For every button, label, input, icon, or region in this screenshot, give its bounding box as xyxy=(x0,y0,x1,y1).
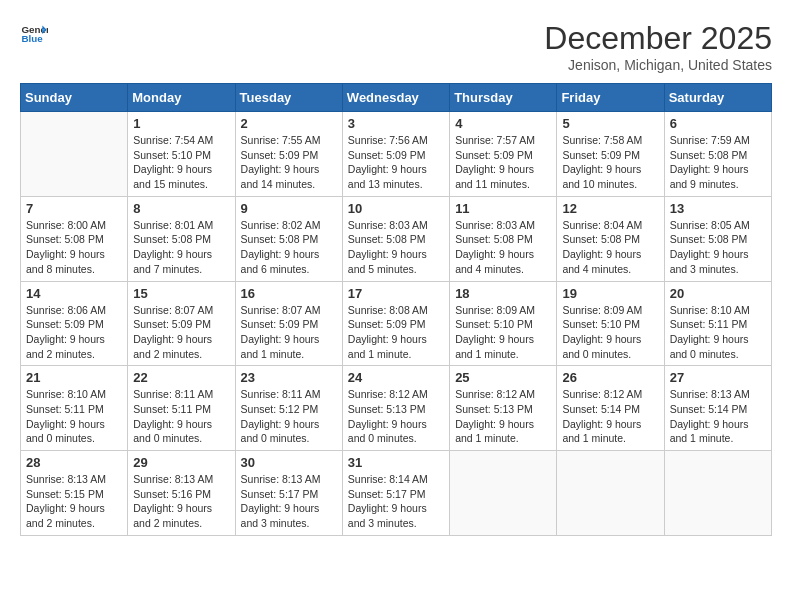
day-info: Sunrise: 8:13 AMSunset: 5:14 PMDaylight:… xyxy=(670,387,766,446)
calendar-day-cell: 10Sunrise: 8:03 AMSunset: 5:08 PMDayligh… xyxy=(342,196,449,281)
calendar-day-cell: 26Sunrise: 8:12 AMSunset: 5:14 PMDayligh… xyxy=(557,366,664,451)
day-number: 21 xyxy=(26,370,122,385)
day-number: 13 xyxy=(670,201,766,216)
day-of-week-header: Monday xyxy=(128,84,235,112)
calendar-day-cell: 8Sunrise: 8:01 AMSunset: 5:08 PMDaylight… xyxy=(128,196,235,281)
calendar: SundayMondayTuesdayWednesdayThursdayFrid… xyxy=(20,83,772,536)
day-number: 24 xyxy=(348,370,444,385)
calendar-day-cell: 27Sunrise: 8:13 AMSunset: 5:14 PMDayligh… xyxy=(664,366,771,451)
day-number: 20 xyxy=(670,286,766,301)
day-info: Sunrise: 7:58 AMSunset: 5:09 PMDaylight:… xyxy=(562,133,658,192)
calendar-day-cell: 22Sunrise: 8:11 AMSunset: 5:11 PMDayligh… xyxy=(128,366,235,451)
day-info: Sunrise: 8:07 AMSunset: 5:09 PMDaylight:… xyxy=(241,303,337,362)
calendar-day-cell xyxy=(21,112,128,197)
day-number: 23 xyxy=(241,370,337,385)
calendar-week-row: 28Sunrise: 8:13 AMSunset: 5:15 PMDayligh… xyxy=(21,451,772,536)
day-number: 11 xyxy=(455,201,551,216)
day-info: Sunrise: 8:03 AMSunset: 5:08 PMDaylight:… xyxy=(455,218,551,277)
calendar-day-cell xyxy=(450,451,557,536)
calendar-day-cell: 3Sunrise: 7:56 AMSunset: 5:09 PMDaylight… xyxy=(342,112,449,197)
subtitle: Jenison, Michigan, United States xyxy=(544,57,772,73)
day-info: Sunrise: 8:10 AMSunset: 5:11 PMDaylight:… xyxy=(26,387,122,446)
day-info: Sunrise: 7:55 AMSunset: 5:09 PMDaylight:… xyxy=(241,133,337,192)
day-number: 22 xyxy=(133,370,229,385)
day-number: 28 xyxy=(26,455,122,470)
day-info: Sunrise: 8:13 AMSunset: 5:15 PMDaylight:… xyxy=(26,472,122,531)
day-info: Sunrise: 8:03 AMSunset: 5:08 PMDaylight:… xyxy=(348,218,444,277)
day-info: Sunrise: 8:01 AMSunset: 5:08 PMDaylight:… xyxy=(133,218,229,277)
day-of-week-header: Saturday xyxy=(664,84,771,112)
day-info: Sunrise: 8:13 AMSunset: 5:16 PMDaylight:… xyxy=(133,472,229,531)
calendar-day-cell: 21Sunrise: 8:10 AMSunset: 5:11 PMDayligh… xyxy=(21,366,128,451)
day-number: 12 xyxy=(562,201,658,216)
month-title: December 2025 xyxy=(544,20,772,57)
calendar-day-cell: 9Sunrise: 8:02 AMSunset: 5:08 PMDaylight… xyxy=(235,196,342,281)
day-number: 2 xyxy=(241,116,337,131)
logo-icon: General Blue xyxy=(20,20,48,48)
day-number: 16 xyxy=(241,286,337,301)
calendar-day-cell: 25Sunrise: 8:12 AMSunset: 5:13 PMDayligh… xyxy=(450,366,557,451)
day-info: Sunrise: 8:05 AMSunset: 5:08 PMDaylight:… xyxy=(670,218,766,277)
calendar-day-cell: 11Sunrise: 8:03 AMSunset: 5:08 PMDayligh… xyxy=(450,196,557,281)
day-info: Sunrise: 8:12 AMSunset: 5:14 PMDaylight:… xyxy=(562,387,658,446)
day-info: Sunrise: 7:59 AMSunset: 5:08 PMDaylight:… xyxy=(670,133,766,192)
day-number: 6 xyxy=(670,116,766,131)
day-info: Sunrise: 7:54 AMSunset: 5:10 PMDaylight:… xyxy=(133,133,229,192)
title-block: December 2025 Jenison, Michigan, United … xyxy=(544,20,772,73)
calendar-week-row: 14Sunrise: 8:06 AMSunset: 5:09 PMDayligh… xyxy=(21,281,772,366)
day-of-week-header: Thursday xyxy=(450,84,557,112)
day-number: 4 xyxy=(455,116,551,131)
calendar-day-cell: 24Sunrise: 8:12 AMSunset: 5:13 PMDayligh… xyxy=(342,366,449,451)
day-number: 25 xyxy=(455,370,551,385)
day-number: 3 xyxy=(348,116,444,131)
calendar-day-cell: 6Sunrise: 7:59 AMSunset: 5:08 PMDaylight… xyxy=(664,112,771,197)
calendar-day-cell: 15Sunrise: 8:07 AMSunset: 5:09 PMDayligh… xyxy=(128,281,235,366)
day-info: Sunrise: 8:09 AMSunset: 5:10 PMDaylight:… xyxy=(562,303,658,362)
day-info: Sunrise: 8:08 AMSunset: 5:09 PMDaylight:… xyxy=(348,303,444,362)
day-number: 19 xyxy=(562,286,658,301)
calendar-day-cell: 1Sunrise: 7:54 AMSunset: 5:10 PMDaylight… xyxy=(128,112,235,197)
calendar-day-cell: 2Sunrise: 7:55 AMSunset: 5:09 PMDaylight… xyxy=(235,112,342,197)
day-info: Sunrise: 8:12 AMSunset: 5:13 PMDaylight:… xyxy=(455,387,551,446)
day-number: 5 xyxy=(562,116,658,131)
day-info: Sunrise: 8:07 AMSunset: 5:09 PMDaylight:… xyxy=(133,303,229,362)
calendar-day-cell: 31Sunrise: 8:14 AMSunset: 5:17 PMDayligh… xyxy=(342,451,449,536)
calendar-header-row: SundayMondayTuesdayWednesdayThursdayFrid… xyxy=(21,84,772,112)
page-header: General Blue December 2025 Jenison, Mich… xyxy=(20,20,772,73)
calendar-day-cell: 29Sunrise: 8:13 AMSunset: 5:16 PMDayligh… xyxy=(128,451,235,536)
day-info: Sunrise: 7:56 AMSunset: 5:09 PMDaylight:… xyxy=(348,133,444,192)
calendar-week-row: 21Sunrise: 8:10 AMSunset: 5:11 PMDayligh… xyxy=(21,366,772,451)
day-info: Sunrise: 8:13 AMSunset: 5:17 PMDaylight:… xyxy=(241,472,337,531)
svg-text:Blue: Blue xyxy=(21,33,43,44)
day-number: 15 xyxy=(133,286,229,301)
calendar-day-cell: 23Sunrise: 8:11 AMSunset: 5:12 PMDayligh… xyxy=(235,366,342,451)
day-info: Sunrise: 8:11 AMSunset: 5:11 PMDaylight:… xyxy=(133,387,229,446)
day-of-week-header: Tuesday xyxy=(235,84,342,112)
calendar-day-cell: 30Sunrise: 8:13 AMSunset: 5:17 PMDayligh… xyxy=(235,451,342,536)
calendar-day-cell: 17Sunrise: 8:08 AMSunset: 5:09 PMDayligh… xyxy=(342,281,449,366)
day-of-week-header: Friday xyxy=(557,84,664,112)
calendar-day-cell: 14Sunrise: 8:06 AMSunset: 5:09 PMDayligh… xyxy=(21,281,128,366)
day-info: Sunrise: 8:11 AMSunset: 5:12 PMDaylight:… xyxy=(241,387,337,446)
calendar-day-cell: 20Sunrise: 8:10 AMSunset: 5:11 PMDayligh… xyxy=(664,281,771,366)
day-info: Sunrise: 8:12 AMSunset: 5:13 PMDaylight:… xyxy=(348,387,444,446)
day-info: Sunrise: 8:06 AMSunset: 5:09 PMDaylight:… xyxy=(26,303,122,362)
calendar-week-row: 7Sunrise: 8:00 AMSunset: 5:08 PMDaylight… xyxy=(21,196,772,281)
day-number: 9 xyxy=(241,201,337,216)
day-info: Sunrise: 7:57 AMSunset: 5:09 PMDaylight:… xyxy=(455,133,551,192)
day-info: Sunrise: 8:10 AMSunset: 5:11 PMDaylight:… xyxy=(670,303,766,362)
day-number: 29 xyxy=(133,455,229,470)
calendar-week-row: 1Sunrise: 7:54 AMSunset: 5:10 PMDaylight… xyxy=(21,112,772,197)
day-info: Sunrise: 8:04 AMSunset: 5:08 PMDaylight:… xyxy=(562,218,658,277)
calendar-day-cell xyxy=(557,451,664,536)
day-number: 18 xyxy=(455,286,551,301)
calendar-day-cell: 13Sunrise: 8:05 AMSunset: 5:08 PMDayligh… xyxy=(664,196,771,281)
day-number: 7 xyxy=(26,201,122,216)
calendar-day-cell: 28Sunrise: 8:13 AMSunset: 5:15 PMDayligh… xyxy=(21,451,128,536)
day-of-week-header: Sunday xyxy=(21,84,128,112)
day-number: 27 xyxy=(670,370,766,385)
calendar-day-cell: 19Sunrise: 8:09 AMSunset: 5:10 PMDayligh… xyxy=(557,281,664,366)
day-number: 14 xyxy=(26,286,122,301)
day-info: Sunrise: 8:09 AMSunset: 5:10 PMDaylight:… xyxy=(455,303,551,362)
day-number: 30 xyxy=(241,455,337,470)
